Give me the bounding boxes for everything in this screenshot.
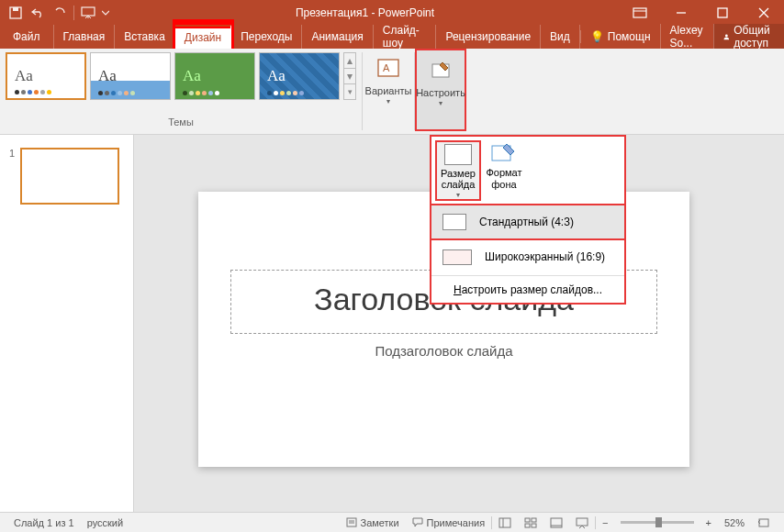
svg-rect-24 [759, 519, 768, 526]
thumb-number: 1 [9, 148, 15, 205]
comments-icon [412, 517, 423, 527]
theme-tile-3[interactable]: Aa [174, 52, 255, 100]
save-button[interactable] [6, 3, 26, 23]
window-title: Презентация1 - PowerPoint [111, 6, 619, 19]
customize-icon [426, 56, 455, 85]
status-bar: Слайд 1 из 1 русский Заметки Примечания … [0, 512, 784, 532]
svg-rect-1 [13, 7, 18, 11]
format-bg-icon [490, 142, 518, 164]
tab-review[interactable]: Рецензирование [436, 25, 541, 49]
svg-point-7 [724, 34, 727, 37]
slide-size-dropdown: Размер слайда ▾ Формат фона Стандартный … [430, 135, 626, 305]
customize-button[interactable]: Настроить ▾ [415, 49, 466, 131]
redo-button[interactable] [50, 3, 70, 23]
slide-size-button[interactable]: Размер слайда ▾ [435, 140, 481, 201]
tab-file[interactable]: Файл [0, 25, 54, 49]
svg-rect-15 [499, 518, 510, 527]
quick-access-toolbar [0, 3, 111, 23]
ribbon-tabs: Файл Главная Вставка Дизайн Переходы Ани… [0, 25, 784, 49]
start-slideshow-button[interactable] [78, 3, 98, 23]
fit-to-window-button[interactable] [751, 513, 777, 533]
ribbon-options-button[interactable] [619, 0, 660, 25]
variants-icon: A [374, 54, 403, 83]
slide-counter[interactable]: Слайд 1 из 1 [7, 513, 81, 533]
ribbon-design: Aa Aa Aa Aa ▴ ▾ ▾ Темы A [0, 49, 784, 135]
svg-rect-6 [718, 8, 727, 17]
tell-me-button[interactable]: 💡Помощн [580, 30, 660, 43]
menu-item-widescreen[interactable]: Широкоэкранный (16:9) [431, 238, 624, 275]
account-button[interactable]: Alexey So... [660, 24, 713, 50]
menu-item-standard[interactable]: Стандартный (4:3) [430, 204, 626, 240]
qat-more-button[interactable] [100, 3, 111, 23]
zoom-in-button[interactable]: + [700, 513, 718, 533]
zoom-slider[interactable] [621, 521, 694, 524]
titlebar: Презентация1 - PowerPoint [0, 0, 784, 25]
maximize-button[interactable] [701, 0, 743, 25]
share-button[interactable]: Общий доступ [713, 24, 785, 50]
svg-rect-17 [525, 518, 530, 522]
themes-group: Aa Aa Aa Aa ▴ ▾ ▾ Темы [0, 49, 362, 134]
window-controls [619, 0, 784, 25]
minimize-button[interactable] [660, 0, 701, 25]
svg-rect-20 [532, 524, 536, 527]
close-button[interactable] [743, 0, 784, 25]
variants-button[interactable]: A Варианты ▾ [363, 49, 414, 134]
svg-rect-19 [525, 524, 530, 527]
themes-group-label: Темы [6, 116, 356, 127]
menu-item-custom-size[interactable]: Настроить размер слайдов... [431, 275, 624, 303]
slide-subtitle-placeholder[interactable]: Подзаголовок слайда [230, 343, 657, 359]
sorter-view-button[interactable] [518, 513, 543, 533]
slideshow-view-button[interactable] [569, 513, 595, 533]
normal-view-button[interactable] [492, 513, 518, 533]
comments-button[interactable]: Примечания [406, 513, 492, 533]
notes-button[interactable]: Заметки [340, 513, 406, 533]
slide-thumbnail-1[interactable] [20, 148, 119, 205]
themes-scroll-up[interactable]: ▴ [344, 53, 355, 68]
notes-icon [346, 517, 357, 527]
tab-design[interactable]: Дизайн [175, 25, 231, 49]
workspace: 1 Заголовок слайда Подзаголовок слайда [0, 135, 784, 512]
svg-rect-3 [633, 8, 646, 17]
theme-tile-4[interactable]: Aa [259, 52, 340, 100]
tab-view[interactable]: Вид [541, 25, 580, 49]
themes-scroll-down[interactable]: ▾ [344, 68, 355, 83]
reading-view-button[interactable] [543, 513, 569, 533]
tab-animations[interactable]: Анимация [302, 25, 373, 49]
language-button[interactable]: русский [81, 513, 129, 533]
theme-tile-1[interactable]: Aa [6, 52, 86, 100]
tab-home[interactable]: Главная [54, 25, 116, 49]
undo-button[interactable] [28, 3, 48, 23]
svg-text:A: A [383, 62, 390, 73]
tab-transitions[interactable]: Переходы [231, 25, 302, 49]
zoom-level[interactable]: 52% [718, 513, 751, 533]
tab-insert[interactable]: Вставка [115, 25, 175, 49]
svg-rect-18 [532, 518, 536, 522]
svg-rect-2 [82, 7, 95, 16]
svg-rect-23 [577, 518, 588, 526]
slide-thumbnails: 1 [0, 135, 134, 512]
themes-more[interactable]: ▾ [344, 83, 355, 99]
person-icon [723, 31, 730, 42]
theme-tile-2[interactable]: Aa [90, 52, 171, 100]
tab-slideshow[interactable]: Слайд-шоу [374, 25, 437, 49]
zoom-out-button[interactable]: − [596, 513, 614, 533]
format-background-button[interactable]: Формат фона [481, 140, 527, 201]
